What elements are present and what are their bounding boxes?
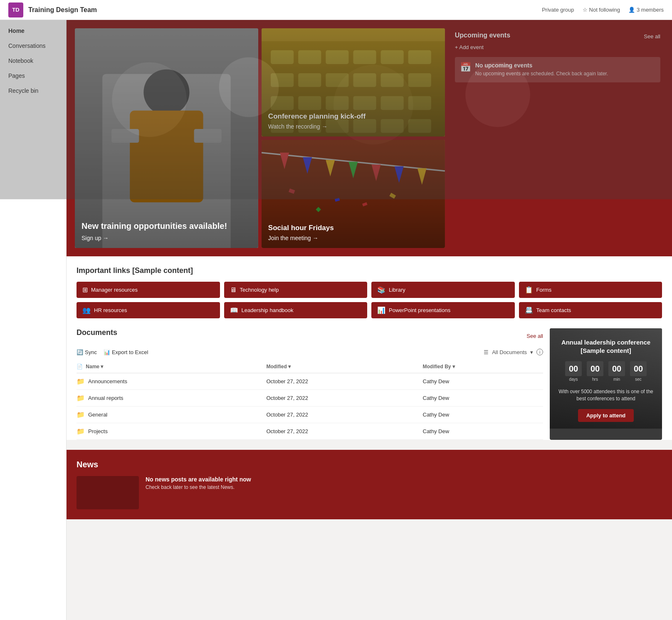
conference-desc: With over 5000 attendees this is one of … [556,388,655,402]
group-type: Private group [542,7,574,13]
book-open-icon: 📖 [230,306,238,314]
col-modified: Modified ▾ [266,360,422,373]
conference-card: Annual leadership conference [Sample con… [550,328,662,440]
apply-button[interactable]: Apply to attend [578,409,634,422]
file-modified: October 27, 2022 [266,373,422,390]
topbar-left: TD Training Design Team [8,2,97,17]
docs-toolbar: 🔄 Sync 📊 Export to Excel ☰ All Documents… [77,349,543,355]
sec-label: sec [630,377,647,382]
file-name[interactable]: Annual reports [88,395,124,401]
countdown: 00 days 00 hrs 00 min [556,361,655,382]
filter-icon: ☰ [484,349,489,355]
avatar: TD [8,2,23,17]
days-value: 00 [565,361,582,376]
hero-social-overlay: Social hour Fridays Join the meeting → [262,217,445,248]
table-row: 📁General October 27, 2022 Cathy Dew [77,407,543,423]
link-forms[interactable]: 📋 Forms [519,282,662,298]
table-row: 📁Projects October 27, 2022 Cathy Dew [77,423,543,440]
book-icon: 📚 [377,286,385,294]
link-hr-resources[interactable]: 👥 HR resources [77,302,220,318]
file-name[interactable]: Projects [88,428,108,434]
news-section: News No news posts are available right n… [67,450,672,519]
file-modified-by: Cathy Dew [423,423,544,440]
hero-social-title: Social hour Fridays [268,224,438,232]
link-technology-help[interactable]: 🖥 Technology help [224,282,368,298]
export-button[interactable]: 📊 Export to Excel [104,349,148,355]
table-row: 📁Annual reports October 27, 2022 Cathy D… [77,390,543,407]
info-icon: i [536,349,543,355]
star-icon: ☆ [583,7,588,13]
file-modified: October 27, 2022 [266,390,422,407]
file-name[interactable]: General [88,412,107,418]
slides-icon: 📊 [377,306,385,314]
topbar-right: Private group ☆ Not following 👤 3 member… [542,7,664,13]
link-leadership-handbook[interactable]: 📖 Leadership handbook [224,302,368,318]
sync-icon: 🔄 [77,349,83,355]
min-value: 00 [608,361,625,376]
countdown-hrs: 00 hrs [587,361,603,382]
file-modified-by: Cathy Dew [423,407,544,423]
links-section-title: Important links [Sample content] [77,266,662,275]
file-modified-by: Cathy Dew [423,373,544,390]
folder-icon: 📁 [77,427,85,435]
people-icon: 👤 [628,7,635,13]
no-news-desc: Check back later to see the latest News. [146,484,251,490]
chevron-down-icon: ▾ [530,349,533,355]
countdown-sec: 00 sec [630,361,647,382]
svg-rect-45 [362,202,368,206]
sec-value: 00 [630,361,647,376]
conference-title: Annual leadership conference [Sample con… [556,338,655,355]
documents-table: 📄 Name ▾ Modified ▾ Modified By ▾ [77,360,543,440]
sync-button[interactable]: 🔄 Sync [77,349,97,355]
news-content: No news posts are available right now Ch… [77,476,662,509]
topbar: TD Training Design Team Private group ☆ … [0,0,672,20]
table-row: 📁Announcements October 27, 2022 Cathy De… [77,373,543,390]
hero-training-title: New training opportunities available! [82,221,252,231]
file-name[interactable]: Announcements [88,378,127,384]
contacts-icon: 📇 [525,306,533,314]
link-powerpoint-presentations[interactable]: 📊 PowerPoint presentations [371,302,515,318]
file-modified: October 27, 2022 [266,423,422,440]
file-modified: October 27, 2022 [266,407,422,423]
conference-bg: Annual leadership conference [Sample con… [550,328,662,429]
hrs-label: hrs [587,377,603,382]
form-icon: 📋 [525,286,533,294]
docs-see-all[interactable]: See all [526,333,543,339]
file-modified-by: Cathy Dew [423,390,544,407]
main-layout: Home Conversations Notebook Pages Recycl… [0,20,672,620]
people-icon: 👥 [82,306,91,314]
follow-button[interactable]: ☆ Not following [583,7,620,13]
members-count[interactable]: 👤 3 members [628,7,664,13]
main-content: New training opportunities available! Si… [67,20,672,620]
countdown-days: 00 days [565,361,582,382]
countdown-min: 00 min [608,361,625,382]
content-area: Important links [Sample content] ⊞ Manag… [67,256,672,440]
folder-icon: 📁 [77,394,85,402]
folder-icon: 📁 [77,411,85,419]
svg-rect-44 [316,207,321,212]
links-grid: ⊞ Manager resources 🖥 Technology help 📚 … [77,282,662,318]
docs-title: Documents [77,328,117,337]
col-name: 📄 Name ▾ [77,360,266,373]
docs-header: Documents See all [77,328,543,344]
monitor-icon: 🖥 [230,286,237,294]
hero-training-overlay: New training opportunities available! Si… [75,214,258,248]
grid-icon: ⊞ [82,286,88,294]
page-title: Training Design Team [28,6,97,14]
link-team-contacts[interactable]: 📇 Team contacts [519,302,662,318]
no-news-title: No news posts are available right now [146,476,251,483]
hero-training-link[interactable]: Sign up → [82,235,252,241]
news-text: No news posts are available right now Ch… [146,476,251,490]
news-title: News [77,460,662,469]
link-library[interactable]: 📚 Library [371,282,515,298]
col-modified-by: Modified By ▾ [423,360,544,373]
links-section: Important links [Sample content] ⊞ Manag… [77,266,662,318]
hero-social-link[interactable]: Join the meeting → [268,235,438,241]
link-manager-resources[interactable]: ⊞ Manager resources [77,282,220,298]
hrs-value: 00 [587,361,603,376]
file-header-icon: 📄 [77,364,83,370]
excel-icon: 📊 [104,349,110,355]
docs-and-aside: Documents See all 🔄 Sync 📊 Export to Exc… [77,328,662,440]
docs-filter[interactable]: ☰ All Documents ▾ i [484,349,543,355]
min-label: min [608,377,625,382]
